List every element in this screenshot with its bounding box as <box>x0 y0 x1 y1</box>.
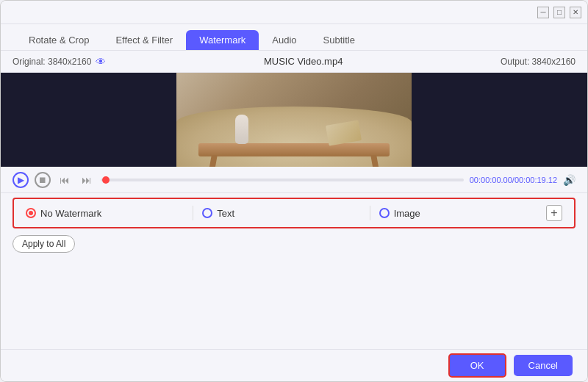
title-bar: ─ □ ✕ <box>1 1 587 24</box>
playback-controls: ▶ ⏹ ⏮ ⏭ 00:00:00.00/00:00:19.12 🔊 <box>1 167 587 193</box>
no-watermark-label: No Watermark <box>40 208 101 219</box>
original-label: Original: 3840x2160 <box>12 57 91 67</box>
time-display: 00:00:00.00/00:00:19.12 <box>470 176 557 184</box>
cancel-button[interactable]: Cancel <box>514 355 573 376</box>
bottom-spacer <box>1 255 587 349</box>
info-bar: Original: 3840x2160 👁 MUSIC Video.mp4 Ou… <box>1 51 587 73</box>
no-watermark-radio[interactable] <box>26 208 36 218</box>
tab-rotate-crop[interactable]: Rotate & Crop <box>15 30 102 50</box>
maximize-button[interactable]: □ <box>553 7 565 18</box>
eye-icon[interactable]: 👁 <box>96 56 106 68</box>
watermark-options-bar: No Watermark Text Image + <box>12 198 576 228</box>
tab-subtitle[interactable]: Subtitle <box>310 30 368 50</box>
minimize-button[interactable]: ─ <box>537 7 549 18</box>
apply-row: Apply to All <box>1 233 587 255</box>
add-watermark-button[interactable]: + <box>546 205 562 221</box>
ok-button[interactable]: OK <box>448 353 506 378</box>
main-window: ─ □ ✕ Rotate & Crop Effect & Filter Wate… <box>0 0 588 382</box>
vase-decoration <box>235 115 248 144</box>
original-info: Original: 3840x2160 👁 <box>12 56 106 68</box>
progress-bar[interactable] <box>101 179 464 181</box>
tab-bar: Rotate & Crop Effect & Filter Watermark … <box>1 24 587 51</box>
tab-effect-filter[interactable]: Effect & Filter <box>102 30 186 50</box>
volume-icon[interactable]: 🔊 <box>563 174 576 186</box>
window-controls: ─ □ ✕ <box>537 7 581 18</box>
video-thumbnail <box>176 73 412 167</box>
output-info: Output: 3840x2160 <box>501 57 576 67</box>
text-watermark-label: Text <box>217 208 234 219</box>
text-watermark-radio[interactable] <box>202 208 212 218</box>
output-label: Output: 3840x2160 <box>501 57 576 67</box>
close-button[interactable]: ✕ <box>570 7 581 18</box>
video-scene <box>176 73 412 167</box>
filename-label: MUSIC Video.mp4 <box>264 56 343 67</box>
tab-audio[interactable]: Audio <box>259 30 309 50</box>
image-watermark-radio[interactable] <box>379 208 390 218</box>
prev-frame-button[interactable]: ⏮ <box>57 172 73 188</box>
progress-indicator <box>102 176 110 184</box>
apply-to-all-button[interactable]: Apply to All <box>12 235 75 253</box>
no-watermark-option[interactable]: No Watermark <box>26 208 193 219</box>
stop-button[interactable]: ⏹ <box>35 172 51 188</box>
table-surface <box>198 143 390 156</box>
video-preview <box>1 73 587 167</box>
next-frame-button[interactable]: ⏭ <box>79 172 95 188</box>
image-watermark-label: Image <box>394 208 420 219</box>
footer-bar: OK Cancel <box>1 349 587 381</box>
text-watermark-option[interactable]: Text <box>193 208 369 219</box>
image-watermark-option[interactable]: Image <box>370 208 546 219</box>
play-button[interactable]: ▶ <box>12 172 29 188</box>
tab-watermark[interactable]: Watermark <box>186 30 259 50</box>
